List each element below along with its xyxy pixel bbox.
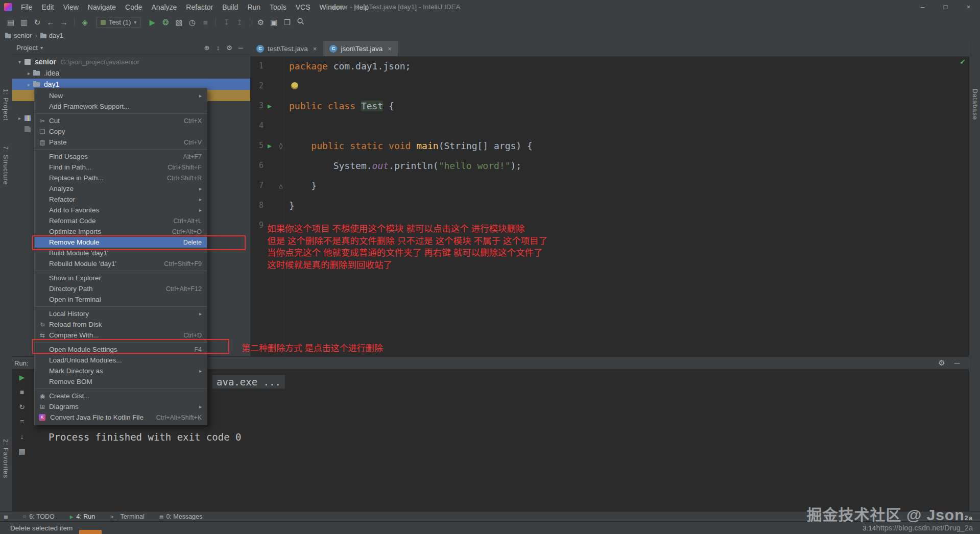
tool-window-button-project[interactable]: 1: Project <box>2 89 9 121</box>
run-gutter-icon[interactable]: ▶ <box>268 136 272 156</box>
menu-item-diagrams[interactable]: ⊞Diagrams▸ <box>35 401 207 412</box>
menu-item-compare-with[interactable]: ⇆Compare With...Ctrl+D <box>35 330 207 341</box>
menu-item-load-unload-modules[interactable]: Load/Unload Modules... <box>35 355 207 366</box>
synchronize-icon[interactable]: ↻ <box>31 17 44 28</box>
menu-item-build-module-day1[interactable]: Build Module 'day1' <box>35 248 207 258</box>
close-icon[interactable]: × <box>313 45 317 53</box>
debug-icon[interactable]: ❂ <box>159 17 172 28</box>
menu-item-refactor[interactable]: Refactor▸ <box>35 194 207 205</box>
window-icon[interactable]: ❒ <box>280 17 294 28</box>
tree-item-idea[interactable]: ▸.idea <box>12 67 250 79</box>
tool-window-messages[interactable]: ▤0: Messages <box>160 513 203 520</box>
tool-window-button-structure[interactable]: 7: Structure <box>2 146 9 185</box>
menu-item-new[interactable]: New▸ <box>35 90 207 101</box>
run-icon[interactable]: ▶ <box>146 17 159 28</box>
menu-item-reload-from-disk[interactable]: ↻Reload from Disk <box>35 319 207 330</box>
project-structure-icon[interactable]: ⚙ <box>254 17 267 28</box>
menu-item-remove-bom[interactable]: Remove BOM <box>35 376 207 387</box>
menu-item-create-gist[interactable]: ◉Create Gist... <box>35 391 207 401</box>
tree-item-senior[interactable]: ▾seniorG:\json_project\java\senior <box>12 56 250 67</box>
menubar-item-file[interactable]: File <box>16 0 37 14</box>
menubar-item-refactor[interactable]: Refactor <box>181 0 218 14</box>
menubar-item-build[interactable]: Build <box>218 0 243 14</box>
breadcrumb-item-day1[interactable]: day1 <box>40 32 63 39</box>
menu-item-find-usages[interactable]: Find UsagesAlt+F7 <box>35 151 207 162</box>
maximize-button[interactable]: □ <box>934 0 957 14</box>
menubar-item-view[interactable]: View <box>59 0 83 14</box>
menu-item-mark-directory-as[interactable]: Mark Directory as▸ <box>35 366 207 376</box>
menu-item-analyze[interactable]: Analyze▸ <box>35 183 207 194</box>
menu-item-cut[interactable]: ✂CutCtrl+X <box>35 115 207 126</box>
restart-icon[interactable]: ↻ <box>19 402 25 412</box>
close-button[interactable]: × <box>957 0 980 14</box>
tree-expand-icon[interactable]: ▸ <box>25 82 33 87</box>
menu-item-directory-path[interactable]: Directory PathCtrl+Alt+F12 <box>35 283 207 294</box>
editor-tab-test-test-java[interactable]: Ctest\Test.java× <box>250 41 323 56</box>
menu-item-open-in-terminal[interactable]: Open in Terminal <box>35 294 207 305</box>
tree-expand-icon[interactable]: ▾ <box>15 59 24 65</box>
tool-window-button-database[interactable]: Database <box>971 89 978 120</box>
stop-icon[interactable]: ■ <box>20 387 24 397</box>
fold-gutter-icon[interactable]: △ <box>279 176 283 196</box>
menu-item-add-to-favorites[interactable]: Add to Favorites▸ <box>35 205 207 215</box>
menubar-item-tools[interactable]: Tools <box>265 0 291 14</box>
forward-icon[interactable]: → <box>57 17 70 28</box>
rerun-icon[interactable]: ▶ <box>19 372 25 382</box>
settings-icon[interactable]: ⚙ <box>935 357 948 369</box>
menubar-item-run[interactable]: Run <box>243 0 265 14</box>
save-all-icon[interactable]: ▥ <box>17 17 31 28</box>
tree-expand-icon[interactable]: ▸ <box>25 70 33 76</box>
inspection-ok-icon[interactable]: ✔ <box>960 58 966 66</box>
run-gutter-icon[interactable]: ▶ <box>268 96 272 116</box>
search-everywhere-icon[interactable] <box>294 17 307 28</box>
tool-window-run[interactable]: ▶4: Run <box>70 513 95 520</box>
chevron-down-icon[interactable]: ▾ <box>40 45 43 51</box>
menu-item-remove-module[interactable]: Remove ModuleDelete <box>35 237 207 248</box>
close-icon[interactable]: × <box>388 45 392 53</box>
scroll-down-icon[interactable]: ↓ <box>20 431 24 442</box>
tool-window-switcher[interactable]: ▦ <box>4 514 8 520</box>
breadcrumb-item-senior[interactable]: senior <box>5 32 32 39</box>
menu-item-replace-in-path[interactable]: Replace in Path...Ctrl+Shift+R <box>35 173 207 183</box>
menubar-item-navigate[interactable]: Navigate <box>83 0 121 14</box>
menu-item-rebuild-module-day1[interactable]: Rebuild Module 'day1'Ctrl+Shift+F9 <box>35 258 207 269</box>
update-project-icon[interactable]: ↧ <box>220 17 233 28</box>
menubar-item-vcs[interactable]: VCS <box>291 0 315 14</box>
code-analysis-icon[interactable]: ◈ <box>78 17 91 28</box>
collapse-all-icon[interactable]: ↕ <box>212 42 224 54</box>
commit-icon[interactable]: ↥ <box>233 17 246 28</box>
tool-window-button-favorites[interactable]: 2: Favorites <box>2 439 9 478</box>
minimize-button[interactable]: – <box>911 0 934 14</box>
run-config-combo[interactable]: Test (1) ▾ <box>97 17 140 28</box>
menubar-item-code[interactable]: Code <box>121 0 147 14</box>
back-icon[interactable]: ← <box>44 17 57 28</box>
menu-item-optimize-imports[interactable]: Optimize ImportsCtrl+Alt+O <box>35 226 207 237</box>
soft-wrap-icon[interactable]: ≡ <box>20 417 24 427</box>
open-icon[interactable]: ▤ <box>4 17 17 28</box>
stop-icon[interactable]: ■ <box>199 17 212 28</box>
intention-bulb-icon[interactable] <box>291 82 298 89</box>
menu-item-add-framework-support[interactable]: Add Framework Support... <box>35 101 207 112</box>
settings-icon[interactable]: ⚙ <box>224 42 235 54</box>
profiler-icon[interactable]: ◷ <box>185 17 199 28</box>
tool-window-todo[interactable]: ≡6: TODO <box>23 513 55 520</box>
menu-item-local-history[interactable]: Local History▸ <box>35 308 207 319</box>
menu-item-show-in-explorer[interactable]: Show in Explorer <box>35 273 207 283</box>
menu-item-find-in-path[interactable]: Find in Path...Ctrl+Shift+F <box>35 162 207 173</box>
code-editor[interactable]: 如果你这个项目 不想使用这个模块 就可以点击这个 进行模块删除但是 这个删除不是… <box>250 56 969 356</box>
menu-item-open-module-settings[interactable]: Open Module SettingsF4 <box>35 344 207 355</box>
menubar-item-analyze[interactable]: Analyze <box>147 0 182 14</box>
menu-item-paste[interactable]: ▤PasteCtrl+V <box>35 137 207 148</box>
tree-expand-icon[interactable]: ▸ <box>15 115 24 121</box>
menubar-item-edit[interactable]: Edit <box>37 0 59 14</box>
locate-icon[interactable]: ⊕ <box>201 42 212 54</box>
clear-console-icon[interactable]: ▤ <box>18 446 25 456</box>
editor-tab-json-test-java[interactable]: Cjson\Test.java× <box>323 41 398 56</box>
editor-layout-icon[interactable]: ▣ <box>267 17 280 28</box>
coverage-icon[interactable]: ▧ <box>172 17 185 28</box>
minimize-icon[interactable]: ─ <box>950 357 964 369</box>
menu-item-copy[interactable]: ❏Copy <box>35 126 207 137</box>
menu-item-reformat-code[interactable]: Reformat CodeCtrl+Alt+L <box>35 215 207 226</box>
hide-panel-icon[interactable]: ─ <box>235 42 246 54</box>
tool-window-terminal[interactable]: >_Terminal <box>110 513 145 520</box>
